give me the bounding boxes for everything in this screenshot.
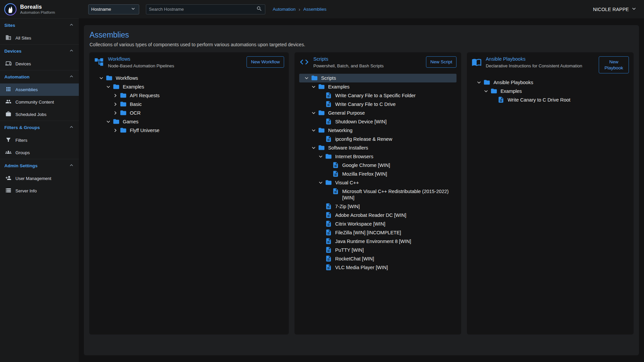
tree-file-write-canary-file-to-a-specific-folder[interactable]: Write Canary File to a Specific Folder (299, 91, 457, 100)
tree-folder-workflows[interactable]: Workflows (94, 74, 284, 82)
sidebar-section-header-filters-groups[interactable]: Filters & Groups (0, 121, 79, 134)
tree-folder-general-purpose[interactable]: General Purpose (299, 109, 457, 117)
tree-file-adobe-acrobat-reader-dc-win[interactable]: Adobe Acrobat Reader DC [WIN] (299, 211, 457, 220)
tree-folder-internet-browsers[interactable]: Internet Browsers (299, 152, 457, 161)
server-info-icon (5, 187, 11, 194)
chevron-down-icon[interactable] (98, 75, 105, 81)
groups-icon (5, 149, 11, 156)
sidebar-section-filters-groups: Filters & GroupsFiltersGroups (0, 121, 79, 159)
tree-item-label: Flyff Universe (130, 127, 159, 134)
new-workflow-button[interactable]: New Workflow (247, 56, 284, 68)
tree-file-citrix-workspace-win[interactable]: Citrix Workspace [WIN] (299, 220, 457, 228)
sidebar-section-label: Devices (4, 49, 21, 54)
tree-file-vlc-media-player-win[interactable]: VLC Media Player [WIN] (299, 263, 457, 272)
tree-file-mozilla-firefox-win[interactable]: Mozilla Firefox [WIN] (299, 170, 457, 178)
tree-item-label: Games (123, 118, 139, 125)
tree-folder-visual-c[interactable]: Visual C++ (299, 178, 457, 187)
tree-file-shutdown-device-win[interactable]: Shutdown Device [WIN] (299, 117, 457, 126)
chevron-down-icon[interactable] (310, 144, 317, 151)
file-icon (332, 188, 339, 195)
sidebar-section-admin-settings: Admin SettingsUser ManagementServer Info (0, 159, 79, 197)
sidebar-item-devices[interactable]: Devices (0, 58, 79, 70)
tree-item-label: General Purpose (328, 109, 365, 117)
sidebar-item-server-info[interactable]: Server Info (0, 185, 79, 197)
tree-folder-software-installers[interactable]: Software Installers (299, 143, 457, 152)
tree-file-ipconfig-release-renew[interactable]: ipconfig Release & Renew (299, 135, 457, 143)
tree-folder-api-requests[interactable]: API Requests (94, 91, 284, 100)
new-playbook-button[interactable]: New Playbook (599, 56, 629, 73)
search-input[interactable] (149, 7, 256, 12)
chevron-down-icon[interactable] (105, 118, 112, 125)
chevron-down-icon[interactable] (105, 83, 112, 90)
chevron-right-icon[interactable] (112, 101, 119, 108)
file-icon (332, 162, 339, 169)
sidebar-item-user-management[interactable]: User Management (0, 172, 79, 185)
tree-file-write-canary-to-c-drive-root[interactable]: Write Canary to C Drive Root (472, 96, 629, 104)
sidebar-section-sites: SitesAll Sites (0, 18, 79, 44)
breadcrumb-link-assemblies[interactable]: Assemblies (303, 7, 326, 12)
scripts-icon (299, 56, 309, 67)
sidebar-item-scheduled-jobs[interactable]: Scheduled Jobs (0, 108, 79, 121)
tree-file-google-chrome-win[interactable]: Google Chrome [WIN] (299, 161, 457, 170)
user-menu[interactable]: NICOLE RAPPE (593, 5, 637, 13)
tree-indent-spacer (317, 229, 324, 236)
hostname-dropdown[interactable]: Hostname (88, 4, 139, 14)
sidebar-section-header-admin-settings[interactable]: Admin Settings (0, 159, 79, 172)
sidebar-item-filters[interactable]: Filters (0, 134, 79, 146)
tree-folder-examples[interactable]: Examples (472, 87, 629, 96)
sidebar-section-header-automation[interactable]: Automation (0, 70, 79, 83)
chevron-down-icon[interactable] (310, 127, 317, 134)
tree-folder-basic[interactable]: Basic (94, 100, 284, 109)
tree-file-filezilla-win-incomplete[interactable]: FileZilla [WIN] [INCOMPLETE] (299, 228, 457, 237)
tree-workflows: WorkflowsExamplesAPI RequestsBasicOCRGam… (94, 73, 284, 330)
chevron-down-icon[interactable] (317, 153, 324, 160)
sidebar-item-community-content[interactable]: Community Content (0, 96, 79, 108)
community-icon (5, 99, 11, 106)
tree-folder-ocr[interactable]: OCR (94, 109, 284, 117)
tree-file-rocketchat-win[interactable]: RocketChat [WIN] (299, 254, 457, 263)
tree-folder-flyff-universe[interactable]: Flyff Universe (94, 126, 284, 135)
chevron-down-icon[interactable] (303, 75, 310, 81)
tree-file-java-runtime-environment-8-win[interactable]: Java Runtime Environment 8 [WIN] (299, 237, 457, 246)
tree-file-microsoft-visual-c-redistributable-2015-2022-win[interactable]: Microsoft Visual C++ Redistributable (20… (299, 187, 457, 202)
chevron-down-icon[interactable] (476, 79, 482, 86)
chevron-down-icon[interactable] (483, 88, 489, 95)
tree-folder-games[interactable]: Games (94, 117, 284, 126)
sidebar-item-groups[interactable]: Groups (0, 146, 79, 159)
tree-file-7-zip-win[interactable]: 7-Zip [WIN] (299, 202, 457, 211)
tree-indent-spacer (317, 118, 324, 125)
sidebar-item-label: Server Info (15, 188, 37, 193)
folder-icon (490, 87, 497, 95)
sidebar-section-header-sites[interactable]: Sites (0, 19, 79, 32)
tree-file-write-canary-file-to-c-drive[interactable]: Write Canary File to C Drive (299, 100, 457, 109)
tree-folder-examples[interactable]: Examples (94, 82, 284, 91)
hostname-dropdown-value: Hostname (91, 7, 111, 12)
new-script-button[interactable]: New Script (426, 56, 457, 68)
chevron-down-icon[interactable] (317, 179, 324, 186)
folder-icon (325, 153, 332, 160)
card-header-playbooks: Ansible PlaybooksDeclarative Instruction… (472, 56, 629, 73)
chevron-down-icon[interactable] (310, 83, 317, 90)
tree-folder-examples[interactable]: Examples (299, 82, 457, 91)
chevron-right-icon[interactable] (112, 92, 119, 99)
chevron-right-icon[interactable] (112, 127, 119, 134)
tree-folder-networking[interactable]: Networking (299, 126, 457, 135)
breadcrumb-link-automation[interactable]: Automation (273, 7, 296, 12)
folder-icon (318, 144, 325, 151)
tree-item-label: Ansible Playbooks (493, 79, 533, 86)
chevron-right-icon[interactable] (112, 110, 119, 116)
chevron-down-icon[interactable] (310, 110, 317, 116)
tree-file-putty-win[interactable]: PuTTY [WIN] (299, 246, 457, 254)
sidebar-item-all-sites[interactable]: All Sites (0, 32, 79, 44)
tree-folder-scripts[interactable]: Scripts (299, 74, 457, 82)
sidebar-item-label: User Management (15, 176, 51, 181)
tree-item-label: Visual C++ (335, 179, 359, 186)
topbar: Borealis Automation Platform Hostname Au… (0, 0, 644, 18)
sidebar-section-header-devices[interactable]: Devices (0, 45, 79, 58)
sidebar-item-assemblies[interactable]: Assemblies (0, 83, 79, 96)
file-icon (497, 96, 504, 103)
file-icon (325, 229, 332, 236)
logo-area[interactable]: Borealis Automation Platform (0, 3, 79, 16)
tree-folder-ansible-playbooks[interactable]: Ansible Playbooks (472, 78, 629, 87)
search-box (146, 4, 265, 14)
